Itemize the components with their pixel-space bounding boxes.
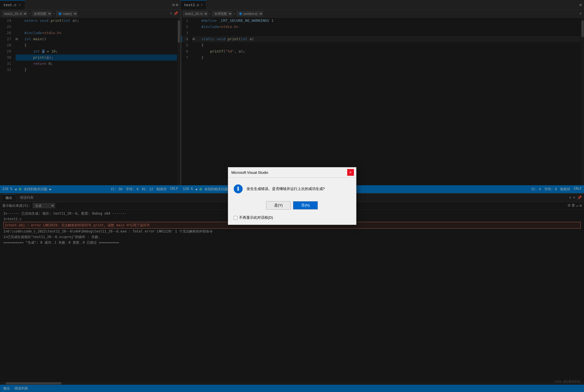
dialog-buttons: 是(Y) 否(N) [234, 201, 351, 210]
dialog-no-show-checkbox[interactable] [234, 216, 237, 220]
dialog-overlay: Microsoft Visual Studio × ℹ 发生生成错误。是否继续并… [0, 0, 584, 392]
dialog-title: Microsoft Visual Studio [231, 170, 268, 175]
dialog-checkbox-label: 不再显示此对话框(D) [239, 215, 273, 220]
dialog-yes-button[interactable]: 是(Y) [266, 201, 291, 210]
dialog-info-icon: ℹ [234, 184, 243, 193]
dialog-checkbox-row: 不再显示此对话框(D) [234, 215, 351, 220]
dialog-no-button[interactable]: 否(N) [293, 201, 318, 210]
dialog-title-bar: Microsoft Visual Studio × [228, 167, 356, 178]
dialog-message-text: 发生生成错误。是否继续并运行上次的成功生成? [247, 184, 325, 192]
dialog-close-button[interactable]: × [347, 169, 354, 176]
dialog: Microsoft Visual Studio × ℹ 发生生成错误。是否继续并… [228, 167, 356, 225]
dialog-message-row: ℹ 发生生成错误。是否继续并运行上次的成功生成? [234, 184, 351, 193]
dialog-body: ℹ 发生生成错误。是否继续并运行上次的成功生成? 是(Y) 否(N) 不再显示此… [228, 178, 356, 225]
